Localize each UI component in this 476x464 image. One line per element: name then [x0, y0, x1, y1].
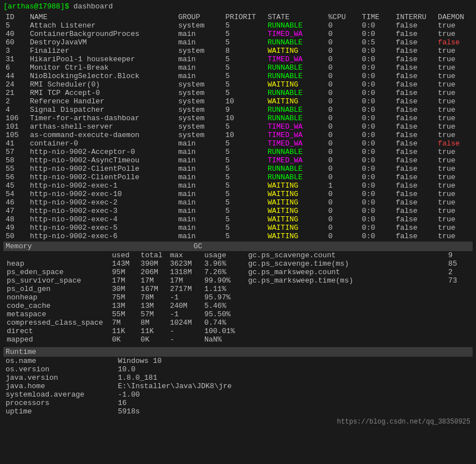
thread-time: 0:0 — [360, 198, 393, 207]
mem-col-total: total — [138, 251, 167, 260]
thread-interrupted: false — [393, 122, 436, 131]
thread-time: 0:0 — [360, 207, 393, 215]
thread-row: 105 as-command-execute-daemon system 10 … — [3, 131, 473, 139]
thread-interrupted: false — [393, 198, 436, 207]
runtime-key: os.name — [3, 357, 116, 365]
thread-interrupted: false — [393, 97, 436, 106]
thread-cpu: 0 — [326, 148, 360, 156]
mem-used: 143M — [109, 260, 138, 268]
thread-daemon: true — [436, 198, 473, 207]
runtime-table: os.name Windows 10 os.version 10.0 java.… — [3, 357, 473, 416]
thread-daemon: true — [436, 97, 473, 106]
thread-priority: 5 — [223, 30, 266, 38]
thread-daemon: true — [436, 207, 473, 215]
thread-id: 45 — [3, 181, 28, 190]
mem-col-used: used — [109, 251, 138, 260]
thread-group: main — [176, 55, 223, 63]
thread-state: WAITING — [266, 97, 326, 106]
thread-time: 0:0 — [360, 122, 393, 131]
thread-priority: 5 — [223, 181, 266, 190]
thread-group: system — [176, 106, 223, 114]
memory-section-header: Memory GC — [3, 242, 473, 251]
thread-group: system — [176, 47, 223, 55]
mem-used: 75M — [109, 293, 138, 302]
thread-state: WAITING — [266, 224, 326, 232]
thread-id: 48 — [3, 215, 28, 224]
thread-id: 44 — [3, 72, 28, 80]
thread-row: 60 DestroyJavaVM main 5 RUNNABLE 0 0:5 f… — [3, 38, 473, 47]
mem-total: 57M — [138, 310, 167, 319]
thread-group: main — [176, 165, 223, 173]
runtime-value: 5918s — [116, 407, 473, 416]
thread-priority: 5 — [223, 55, 266, 63]
mem-name: ps_old_gen — [3, 285, 109, 293]
thread-time: 0:0 — [360, 89, 393, 97]
thread-priority: 5 — [223, 139, 266, 148]
col-priority: PRIORIT — [223, 13, 266, 21]
runtime-value: 16 — [116, 399, 473, 407]
memory-row: mapped 0K 0K - NaN% — [3, 335, 239, 344]
thread-row: 3 Finalizer system 8 WAITING 0 0:0 false… — [3, 47, 473, 55]
thread-name: http-nio-9002-exec-2 — [28, 198, 176, 207]
thread-name: Attach Listener — [28, 21, 176, 30]
mem-total: 13M — [138, 302, 167, 310]
runtime-key: uptime — [3, 407, 116, 416]
thread-daemon: false — [436, 38, 473, 47]
mem-max: - — [167, 327, 201, 335]
thread-cpu: 0 — [326, 215, 360, 224]
thread-row: 31 HikariPool-1 housekeeper main 5 TIMED… — [3, 55, 473, 63]
mem-usage: 3.96% — [201, 260, 239, 268]
thread-interrupted: false — [393, 232, 436, 240]
thread-cpu: 0 — [326, 207, 360, 215]
mem-max: 240M — [167, 302, 201, 310]
runtime-key: java.home — [3, 382, 116, 390]
thread-state: RUNNABLE — [266, 148, 326, 156]
thread-priority: 5 — [223, 232, 266, 240]
thread-name: Signal Dispatcher — [28, 106, 176, 114]
memory-row: code_cache 13M 13M 240M 5.46% — [3, 302, 239, 310]
prompt-cmd: dashboard — [74, 2, 113, 11]
thread-priority: 9 — [223, 106, 266, 114]
mem-usage: 100.01% — [201, 327, 239, 335]
thread-id: 4 — [3, 106, 28, 114]
thread-cpu: 0 — [326, 106, 360, 114]
thread-interrupted: false — [393, 224, 436, 232]
thread-state: RUNNABLE — [266, 106, 326, 114]
thread-row: 44 NioBlockingSelector.Block main 5 RUNN… — [3, 72, 473, 80]
mem-used: 13M — [109, 302, 138, 310]
thread-cpu: 0 — [326, 156, 360, 165]
memory-row: metaspace 55M 57M -1 95.50% — [3, 310, 239, 319]
thread-cpu: 0 — [326, 224, 360, 232]
thread-daemon: true — [436, 215, 473, 224]
thread-priority: 10 — [223, 97, 266, 106]
thread-name: HikariPool-1 housekeeper — [28, 55, 176, 63]
thread-daemon: true — [436, 106, 473, 114]
thread-interrupted: false — [393, 156, 436, 165]
thread-priority: 10 — [223, 114, 266, 122]
thread-state: TIMED_WA — [266, 139, 326, 148]
mem-usage: NaN% — [201, 335, 239, 344]
thread-state: WAITING — [266, 232, 326, 240]
thread-state: RUNNABLE — [266, 89, 326, 97]
thread-state: RUNNABLE — [266, 72, 326, 80]
thread-id: 106 — [3, 114, 28, 122]
mem-max: 1318M — [167, 268, 201, 276]
mem-total: 11K — [138, 327, 167, 335]
thread-id: 24 — [3, 80, 28, 89]
thread-state: WAITING — [266, 215, 326, 224]
thread-row: 4 Signal Dispatcher system 9 RUNNABLE 0 … — [3, 106, 473, 114]
thread-interrupted: false — [393, 38, 436, 47]
thread-interrupted: false — [393, 55, 436, 63]
thread-group: main — [176, 224, 223, 232]
thread-interrupted: false — [393, 215, 436, 224]
thread-name: http-nio-9002-exec-10 — [28, 190, 176, 198]
thread-interrupted: false — [393, 165, 436, 173]
col-id: ID — [3, 13, 28, 21]
thread-time: 0:0 — [360, 156, 393, 165]
thread-state: RUNNABLE — [266, 38, 326, 47]
gc-value: 85 — [445, 260, 473, 268]
gc-value: 2 — [445, 268, 473, 276]
thread-state: TIMED_WA — [266, 55, 326, 63]
thread-priority: 5 — [223, 38, 266, 47]
runtime-section-header: Runtime — [3, 347, 473, 357]
